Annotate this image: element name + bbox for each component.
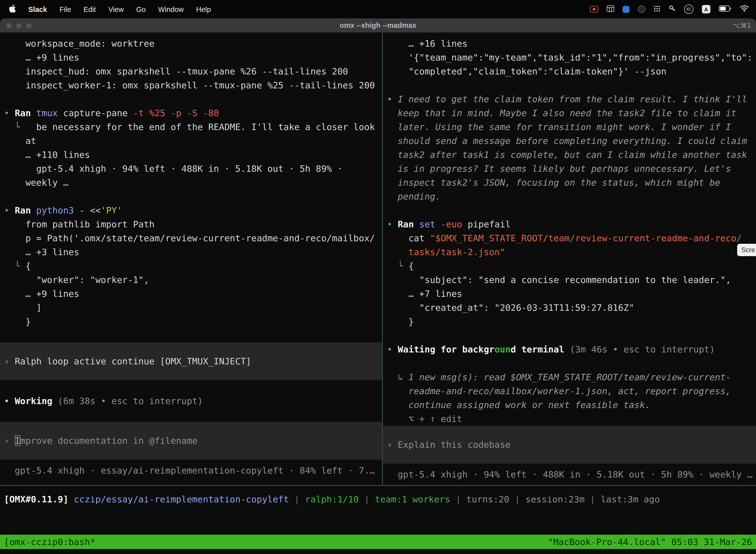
text-segment: |: [289, 494, 305, 504]
prompt-input[interactable]: › Improve documentation in @filename: [0, 422, 382, 460]
text-segment: … +9 lines: [4, 288, 79, 299]
text-segment: |: [509, 494, 525, 504]
terminal-line: … +7 lines: [387, 287, 756, 301]
menu-window[interactable]: Window: [158, 5, 184, 13]
input-source-letter: A: [704, 6, 708, 12]
text-segment: at: [4, 135, 36, 146]
zoom-button[interactable]: [26, 22, 32, 29]
blue-app-icon[interactable]: [623, 6, 630, 13]
terminal-line: └ be necessary for the end of the README…: [4, 120, 382, 134]
text-segment: p = Path('.omx/state/team/review-current…: [4, 233, 375, 243]
screen-tooltip: Scre: [737, 244, 756, 256]
text-segment: |: [359, 494, 375, 504]
text-segment: (6m 38s • esc to interrupt): [58, 396, 203, 406]
text-segment: task2 after task1 is complete, but can I…: [387, 150, 747, 160]
text-segment: '{"team_name":"my-team","task_id":"1","f…: [387, 52, 753, 63]
text-segment: ›: [387, 439, 397, 450]
text-segment: }: [4, 316, 31, 327]
text-segment: I need to get the claim token from the c…: [397, 94, 747, 104]
text-segment: Waiting for backgr: [397, 344, 494, 354]
text-segment: ⌥ + ↑ edit: [387, 413, 462, 424]
terminal-line: '{"team_name":"my-team","task_id":"1","f…: [387, 51, 756, 64]
terminal-line: … +9 lines: [4, 287, 382, 301]
title-bar[interactable]: omx --xhigh --madmax ⌥⌘1: [0, 18, 756, 33]
text-segment: session:23m: [525, 494, 584, 504]
text-segment: |: [585, 494, 601, 504]
text-segment: turns:20: [466, 494, 509, 504]
terminal-line: inspect_hud: omx sparkshell --tmux-pane …: [4, 64, 382, 78]
terminal-line: from pathlib import Path: [4, 217, 382, 231]
screen-recording-icon[interactable]: [590, 6, 598, 12]
key-icon[interactable]: [669, 5, 676, 13]
text-segment: … +110 lines: [4, 150, 90, 160]
tmux-panes: workspace_mode: worktree … +9 lines insp…: [0, 33, 756, 485]
text-segment: └: [4, 122, 36, 132]
text-segment: last:3m ago: [601, 494, 660, 504]
text-segment: … +16 lines: [387, 38, 467, 49]
input-source-icon[interactable]: A: [702, 5, 710, 13]
command-line: • Ran python3 - <<'PY': [4, 204, 382, 217]
tmux-status-bar: [omx-cczip0:bash* "MacBook-Pro-44.local"…: [0, 535, 756, 549]
text-segment: [68, 494, 74, 504]
text-segment: └: [387, 261, 408, 271]
menu-go[interactable]: Go: [136, 5, 146, 13]
wifi-icon[interactable]: [740, 5, 749, 13]
tmux-host-clock: "MacBook-Pro-44.local" 05:03 31-Mar-26: [548, 537, 752, 547]
mailbox-message: ↳ 1 new msg(s): read $OMX_TEAM_STATE_ROO…: [387, 370, 756, 384]
waiting-status: • Waiting for background terminal (3m 46…: [387, 342, 756, 356]
text-segment: •: [4, 205, 15, 215]
grid-icon[interactable]: [607, 5, 614, 13]
text-segment: {: [408, 261, 414, 271]
text-segment: Ran: [397, 219, 419, 229]
text-segment: "worker": "worker-1",: [4, 275, 149, 285]
prompt-suggestion[interactable]: › Explain this codebase: [383, 426, 756, 464]
text-segment: [387, 247, 408, 257]
text-segment: Ralph loop active continue [OMX_TMUX_INJ…: [15, 356, 251, 366]
terminal-pane-right[interactable]: … +16 lines '{"team_name":"my-team","tas…: [383, 33, 756, 485]
text-segment: mprove documentation in @filename: [20, 435, 197, 446]
text-segment: (3m 46s • esc to interrupt): [570, 344, 715, 354]
text-segment: inspect_hud: omx sparkshell --tmux-pane …: [4, 66, 348, 76]
terminal-line: }: [4, 315, 382, 329]
terminal-line: … +16 lines: [387, 37, 756, 51]
text-segment: Working: [15, 396, 58, 406]
text-segment: later. Using the same for transition mig…: [387, 122, 731, 132]
terminal-pane-left[interactable]: workspace_mode: worktree … +9 lines insp…: [0, 33, 382, 485]
menu-edit[interactable]: Edit: [83, 5, 96, 13]
terminal-line: [4, 189, 382, 204]
app-menu-title[interactable]: Slack: [28, 5, 47, 13]
apple-menu-icon[interactable]: [9, 4, 16, 14]
menu-help[interactable]: Help: [196, 5, 211, 13]
terminal-line: "created_at": "2026-03-31T11:59:27.816Z": [387, 301, 756, 315]
text-segment: •: [387, 344, 397, 354]
battery-gauge-icon[interactable]: 61: [684, 4, 693, 14]
text-segment: python3: [36, 205, 74, 215]
text-segment: gpt-5.4 xhigh · essay/ai-reimplementatio…: [4, 465, 375, 476]
text-segment: "subject": "send a concise recommendatio…: [387, 275, 731, 285]
text-segment: •: [387, 94, 397, 104]
terminal-line: [387, 356, 756, 370]
battery-icon[interactable]: [719, 5, 731, 13]
terminal-line: "subject": "send a concise recommendatio…: [387, 273, 756, 287]
minimize-button[interactable]: [16, 22, 22, 29]
dots-grid-icon[interactable]: [654, 5, 660, 13]
text-segment: readme-and-reco/mailbox/worker-1.json, a…: [387, 386, 731, 396]
menu-file[interactable]: File: [60, 5, 71, 13]
dark-app-icon[interactable]: [638, 5, 645, 13]
close-button[interactable]: [6, 22, 12, 29]
terminal-line: keep that in mind. Maybe I also need the…: [387, 106, 756, 120]
text-segment: -t %25 -p -S -80: [133, 108, 219, 118]
terminal-line: inspect_worker-1: omx sparkshell --tmux-…: [4, 78, 382, 92]
text-segment: keep that in mind. Maybe I also need the…: [387, 108, 737, 118]
battery-gauge-percent: 61: [687, 7, 691, 11]
text-segment: pipefail: [467, 219, 510, 229]
text-segment: └: [4, 261, 25, 271]
window-controls: [6, 18, 32, 33]
text-segment: … +7 lines: [387, 288, 462, 299]
ralph-loop-notice: › Ralph loop active continue [OMX_TMUX_I…: [0, 342, 382, 380]
text-segment: cczip/essay/ai-reimplementation-copyleft: [74, 494, 289, 504]
menu-view[interactable]: View: [108, 5, 124, 13]
text-segment: ↳: [387, 372, 408, 382]
text-segment: Ran: [15, 205, 36, 215]
text-segment: ›: [4, 435, 15, 446]
